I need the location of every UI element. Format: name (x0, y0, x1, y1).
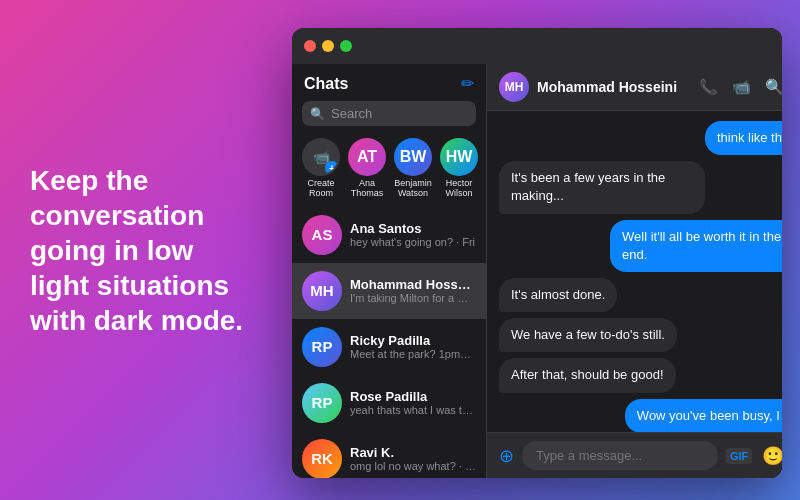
app-body: Chats ✏ 🔍 Search 📹 + Create Room AT (292, 64, 782, 478)
sidebar-header: Chats ✏ (292, 64, 486, 101)
story-item-create[interactable]: 📹 + Create Room (302, 138, 340, 199)
chat-item-ricky[interactable]: RP Ricky Padilla Meet at the park? 1pm? … (292, 319, 486, 375)
sticker-icon[interactable]: 🙂 (762, 445, 782, 467)
chat-info-rose: Rose Padilla yeah thats what I was talki… (350, 389, 476, 416)
story-name-create: Create Room (302, 179, 340, 199)
story-item-ana[interactable]: AT Ana Thomas (348, 138, 386, 199)
story-name-hector: Hector Wilson (440, 179, 478, 199)
chat-info-ravi: Ravi K. omg lol no way what? · Fri (350, 445, 476, 472)
chat-preview: omg lol no way what? · Fri (350, 460, 476, 472)
input-right-icons: GIF 🙂 👍 (726, 445, 782, 467)
message-input[interactable] (522, 441, 718, 470)
sidebar-title: Chats (304, 75, 348, 93)
chat-avatar-mohammad: MH (302, 271, 342, 311)
chat-avatar-ravi: RK (302, 439, 342, 478)
chat-item-ravi[interactable]: RK Ravi K. omg lol no way what? · Fri (292, 431, 486, 478)
input-bar: ⊕ GIF 🙂 👍 (487, 432, 782, 478)
sidebar: Chats ✏ 🔍 Search 📹 + Create Room AT (292, 64, 487, 478)
story-name-ana: Ana Thomas (348, 179, 386, 199)
minimize-button[interactable] (322, 40, 334, 52)
story-avatar-hector: HW (440, 138, 478, 176)
title-bar (292, 28, 782, 64)
story-avatar-benjamin: BW (394, 138, 432, 176)
chat-preview: hey what's going on? · Fri (350, 236, 476, 248)
story-item-hector[interactable]: HW Hector Wilson (440, 138, 478, 199)
chat-item-ana-santos[interactable]: AS Ana Santos hey what's going on? · Fri (292, 207, 486, 263)
chat-list: AS Ana Santos hey what's going on? · Fri… (292, 207, 486, 478)
gif-icon[interactable]: GIF (726, 448, 752, 464)
chat-name: Mohammad Hosseini (350, 277, 476, 292)
add-icon[interactable]: ⊕ (499, 445, 514, 467)
chat-preview: yeah thats what I was talking a... · Fri (350, 404, 476, 416)
story-name-benjamin: Benjamin Watson (394, 179, 432, 199)
message-bubble-received: After that, should be good! (499, 358, 676, 392)
mac-window: Chats ✏ 🔍 Search 📹 + Create Room AT (292, 28, 782, 478)
maximize-button[interactable] (340, 40, 352, 52)
chat-item-mohammad[interactable]: MH Mohammad Hosseini I'm taking Milton f… (292, 263, 486, 319)
chat-avatar-rose: RP (302, 383, 342, 423)
chat-preview: I'm taking Milton for a walk... · Fri (350, 292, 476, 304)
message-bubble-received: We have a few to-do's still. (499, 318, 677, 352)
close-button[interactable] (304, 40, 316, 52)
chat-info-ana-santos: Ana Santos hey what's going on? · Fri (350, 221, 476, 248)
message-bubble-sent: think like thisss (705, 121, 782, 155)
search-icon: 🔍 (310, 107, 325, 121)
plus-badge: + (325, 161, 339, 175)
search-header-icon[interactable]: 🔍 (765, 78, 782, 96)
chat-avatar-ana-santos: AS (302, 215, 342, 255)
search-bar[interactable]: 🔍 Search (302, 101, 476, 126)
messages-container: think like thisss It's been a few years … (487, 111, 782, 432)
tagline: Keep the conversation going in low light… (30, 163, 260, 338)
message-bubble-sent: Well it'll all be worth it in the end. (610, 220, 782, 272)
chat-name: Ricky Padilla (350, 333, 476, 348)
chat-area: MH Mohammad Hosseini 📞 📹 🔍 ··· think lik… (487, 64, 782, 478)
story-avatar-ana: AT (348, 138, 386, 176)
chat-avatar-ricky: RP (302, 327, 342, 367)
chat-header-name: Mohammad Hosseini (537, 79, 691, 95)
chat-name: Ravi K. (350, 445, 476, 460)
video-icon[interactable]: 📹 (732, 78, 751, 96)
chat-name: Ana Santos (350, 221, 476, 236)
chat-item-rose[interactable]: RP Rose Padilla yeah thats what I was ta… (292, 375, 486, 431)
compose-icon[interactable]: ✏ (461, 74, 474, 93)
phone-icon[interactable]: 📞 (699, 78, 718, 96)
story-item-benjamin[interactable]: BW Benjamin Watson (394, 138, 432, 199)
chat-header: MH Mohammad Hosseini 📞 📹 🔍 ··· (487, 64, 782, 111)
chat-name: Rose Padilla (350, 389, 476, 404)
chat-header-avatar: MH (499, 72, 529, 102)
chat-info-ricky: Ricky Padilla Meet at the park? 1pm? · F… (350, 333, 476, 360)
message-bubble-sent: Wow you've been busy, I see (625, 399, 782, 433)
message-bubble-received: It's been a few years in the making... (499, 161, 705, 213)
create-room-avatar: 📹 + (302, 138, 340, 176)
message-bubble-received: It's almost done. (499, 278, 617, 312)
traffic-lights (304, 40, 352, 52)
story-row: 📹 + Create Room AT Ana Thomas BW Benjami… (292, 134, 486, 207)
search-placeholder: Search (331, 106, 372, 121)
chat-info-mohammad: Mohammad Hosseini I'm taking Milton for … (350, 277, 476, 304)
header-icons: 📞 📹 🔍 ··· (699, 77, 782, 98)
chat-preview: Meet at the park? 1pm? · Fri (350, 348, 476, 360)
